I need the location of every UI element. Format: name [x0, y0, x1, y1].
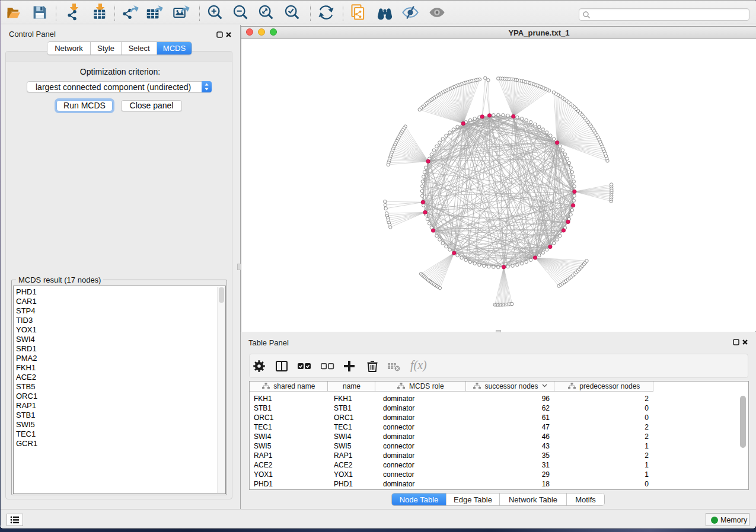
- svg-text:f(x): f(x): [410, 358, 427, 372]
